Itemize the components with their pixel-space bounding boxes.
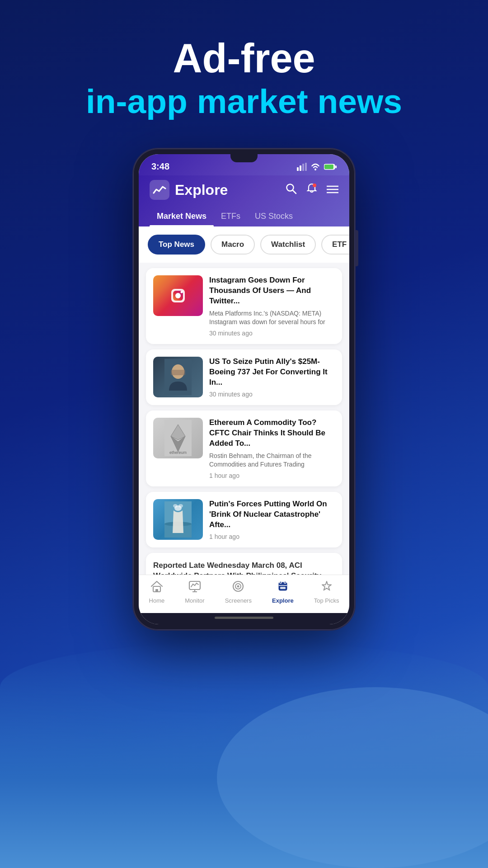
news-time-2: 30 minutes ago	[209, 391, 335, 398]
app-logo-area: Explore	[150, 180, 228, 200]
home-icon	[150, 580, 163, 595]
news-thumb-1	[153, 275, 203, 316]
svg-point-10	[313, 184, 316, 187]
nav-monitor-label: Monitor	[185, 597, 204, 604]
nav-top-picks[interactable]: Top Picks	[314, 580, 339, 604]
news-card-1[interactable]: Instagram Goes Down For Thousands Of Use…	[146, 268, 342, 344]
news-thumb-2	[153, 357, 203, 397]
category-pills: Top News Macro Watchlist ETF News	[139, 226, 349, 263]
news-time-3: 1 hour ago	[209, 472, 335, 479]
svg-rect-2	[302, 164, 304, 171]
nav-top-picks-label: Top Picks	[314, 597, 339, 604]
svg-point-30	[178, 504, 183, 508]
news-time-1: 30 minutes ago	[209, 330, 335, 337]
svg-point-38	[237, 585, 239, 588]
hero-section: Ad-free in-app market news	[86, 0, 402, 122]
pill-macro[interactable]: Macro	[211, 235, 255, 255]
hero-title-line2: in-app market news	[86, 81, 402, 122]
app-header-top: Explore	[150, 180, 338, 200]
app-title: Explore	[175, 182, 228, 198]
nav-home[interactable]: Home	[149, 580, 165, 604]
news-title-5: Reported Late Wednesday March 08, ACI Wo…	[153, 560, 335, 575]
nav-screeners[interactable]: Screeners	[225, 580, 252, 604]
nav-screeners-label: Screeners	[225, 597, 252, 604]
explore-icon	[277, 580, 289, 595]
svg-point-17	[181, 291, 183, 293]
svg-rect-0	[297, 167, 299, 171]
news-title-2: US To Seize Putin Ally's $25M-Boeing 737…	[209, 357, 335, 388]
news-card-4[interactable]: Putin's Forces Putting World On 'Brink O…	[146, 492, 342, 547]
news-thumb-4	[153, 499, 203, 540]
news-title-1: Instagram Goes Down For Thousands Of Use…	[209, 275, 335, 307]
svg-point-16	[175, 293, 181, 298]
news-time-4: 1 hour ago	[209, 533, 335, 540]
pill-watchlist[interactable]: Watchlist	[260, 235, 316, 255]
bottom-nav: Home Monitor	[139, 575, 349, 613]
svg-text:ethereum: ethereum	[169, 450, 187, 455]
nav-explore-label: Explore	[272, 597, 294, 604]
screeners-icon	[232, 580, 244, 595]
svg-rect-20	[171, 370, 185, 375]
phone-outer: 3:48	[133, 149, 355, 630]
news-content-3: Ethereum A Commodity Too? CFTC Chair Thi…	[209, 418, 335, 479]
tab-market-news[interactable]: Market News	[150, 207, 214, 226]
pill-top-news[interactable]: Top News	[148, 235, 205, 255]
svg-rect-43	[280, 587, 286, 589]
status-time: 3:48	[151, 161, 169, 172]
svg-rect-6	[324, 165, 333, 169]
nav-explore[interactable]: Explore	[272, 580, 294, 604]
app-header: Explore	[139, 175, 349, 226]
svg-rect-7	[335, 165, 337, 168]
svg-point-29	[173, 504, 178, 508]
nav-monitor[interactable]: Monitor	[185, 580, 204, 604]
news-list: Instagram Goes Down For Thousands Of Use…	[139, 263, 349, 575]
news-content-1: Instagram Goes Down For Thousands Of Use…	[209, 275, 335, 337]
hero-title-line1: Ad-free	[86, 36, 402, 81]
phone-mockup: 3:48	[133, 149, 355, 630]
signal-icon	[297, 163, 307, 171]
app-header-icons	[285, 183, 338, 198]
svg-line-9	[293, 190, 296, 193]
svg-rect-41	[284, 581, 286, 583]
svg-rect-1	[300, 165, 301, 171]
svg-rect-3	[305, 163, 307, 171]
tab-etfs[interactable]: ETFs	[214, 207, 248, 226]
news-title-3: Ethereum A Commodity Too? CFTC Chair Thi…	[209, 418, 335, 449]
toppicks-icon	[321, 580, 333, 595]
app-logo	[150, 180, 169, 200]
monitor-icon	[188, 580, 201, 595]
home-indicator	[139, 613, 349, 624]
news-desc-3: Rostin Behnam, the Chairman of the Commo…	[209, 452, 335, 469]
svg-rect-32	[155, 589, 158, 592]
search-icon[interactable]	[285, 183, 297, 198]
tab-us-stocks[interactable]: US Stocks	[248, 207, 300, 226]
menu-icon[interactable]	[327, 183, 338, 197]
nav-home-label: Home	[149, 597, 165, 604]
content-area: Top News Macro Watchlist ETF News	[139, 226, 349, 575]
home-bar	[215, 617, 273, 619]
phone-screen: 3:48	[139, 154, 349, 624]
news-content-4: Putin's Forces Putting World On 'Brink O…	[209, 499, 335, 540]
svg-rect-40	[280, 581, 282, 583]
news-card-3[interactable]: ethereum Ethereum A Commodity Too? CFTC …	[146, 410, 342, 486]
svg-point-4	[314, 169, 316, 170]
battery-icon	[324, 163, 337, 170]
news-card-2[interactable]: US To Seize Putin Ally's $25M-Boeing 737…	[146, 349, 342, 405]
logo-icon	[153, 184, 166, 196]
status-icons	[297, 163, 337, 171]
news-thumb-3: ethereum	[153, 418, 203, 458]
phone-notch	[230, 154, 258, 162]
pill-etf-news[interactable]: ETF News	[321, 235, 349, 255]
nav-tabs: Market News ETFs US Stocks	[150, 207, 338, 226]
news-content-2: US To Seize Putin Ally's $25M-Boeing 737…	[209, 357, 335, 398]
news-title-4: Putin's Forces Putting World On 'Brink O…	[209, 499, 335, 530]
news-desc-1: Meta Platforms Inc.'s (NASDAQ: META) Ins…	[209, 309, 335, 327]
news-card-5[interactable]: Reported Late Wednesday March 08, ACI Wo…	[146, 553, 342, 575]
bell-icon[interactable]	[306, 183, 318, 198]
wifi-icon	[310, 163, 320, 171]
